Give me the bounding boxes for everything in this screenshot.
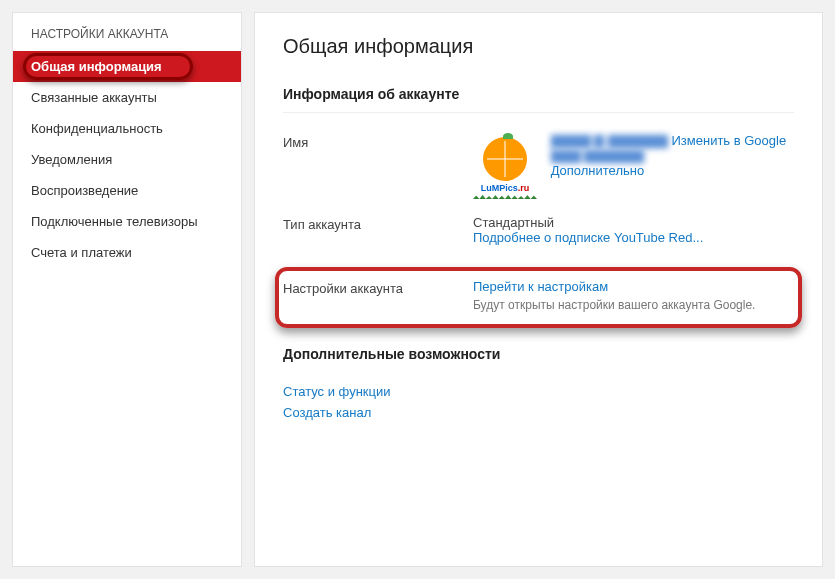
account-type-label: Тип аккаунта [283,215,473,232]
youtube-red-link[interactable]: Подробнее о подписке YouTube Red... [473,230,794,245]
advanced-link[interactable]: Дополнительно [551,163,787,178]
status-features-link[interactable]: Статус и функции [283,384,794,399]
change-in-google-link[interactable]: Изменить в Google [671,133,786,148]
sidebar-item-label: Счета и платежи [31,245,132,260]
row-account-type: Тип аккаунта Стандартный Подробнее о под… [283,215,794,245]
go-to-settings-link[interactable]: Перейти к настройкам [473,279,794,294]
account-type-content: Стандартный Подробнее о подписке YouTube… [473,215,794,245]
sidebar-item-connected-tvs[interactable]: Подключенные телевизоры [13,206,241,237]
sidebar-item-privacy[interactable]: Конфиденциальность [13,113,241,144]
row-account-settings: Настройки аккаунта Перейти к настройкам … [283,279,794,312]
name-meta: ▇▇▇▇ ▇ ▇▇▇▇▇▇ Изменить в Google ▇▇▇ ▇▇▇▇… [551,133,787,178]
sidebar-item-label: Связанные аккаунты [31,90,157,105]
orange-icon [483,137,527,181]
sidebar: НАСТРОЙКИ АККАУНТА Общая информация Связ… [12,12,242,567]
app-container: НАСТРОЙКИ АККАУНТА Общая информация Связ… [12,12,823,567]
sidebar-item-label: Воспроизведение [31,183,138,198]
settings-description: Будут открыты настройки вашего аккаунта … [473,298,794,312]
sidebar-item-label: Общая информация [31,59,162,74]
extra-links: Статус и функции Создать канал [283,384,794,420]
sidebar-item-label: Подключенные телевизоры [31,214,198,229]
avatar: LuMPics.ru [473,133,537,197]
account-info-heading: Информация об аккаунте [283,86,794,113]
account-type-value: Стандартный [473,215,794,230]
sidebar-item-notifications[interactable]: Уведомления [13,144,241,175]
account-settings-content: Перейти к настройкам Будут открыты настр… [473,279,794,312]
grass-decoration [473,193,537,199]
extra-heading: Дополнительные возможности [283,346,794,372]
sidebar-header: НАСТРОЙКИ АККАУНТА [13,13,241,51]
avatar-caption: LuMPics.ru [473,183,537,193]
blurred-email: ▇▇▇ ▇▇▇▇▇▇ [551,148,787,163]
main-panel: Общая информация Информация об аккаунте … [254,12,823,567]
row-name: Имя LuMPics.ru ▇▇▇▇ ▇ ▇▇▇▇▇▇ Изменить в … [283,133,794,197]
create-channel-link[interactable]: Создать канал [283,405,794,420]
sidebar-item-label: Уведомления [31,152,112,167]
blurred-name: ▇▇▇▇ ▇ ▇▇▇▇▇▇ [551,133,668,148]
page-title: Общая информация [283,35,794,58]
sidebar-item-playback[interactable]: Воспроизведение [13,175,241,206]
account-settings-label: Настройки аккаунта [283,279,473,296]
sidebar-item-linked-accounts[interactable]: Связанные аккаунты [13,82,241,113]
name-content: LuMPics.ru ▇▇▇▇ ▇ ▇▇▇▇▇▇ Изменить в Goog… [473,133,794,197]
sidebar-item-overview[interactable]: Общая информация [13,51,241,82]
settings-row-wrap: Настройки аккаунта Перейти к настройкам … [283,263,794,328]
sidebar-item-billing[interactable]: Счета и платежи [13,237,241,268]
name-label: Имя [283,133,473,150]
sidebar-item-label: Конфиденциальность [31,121,163,136]
